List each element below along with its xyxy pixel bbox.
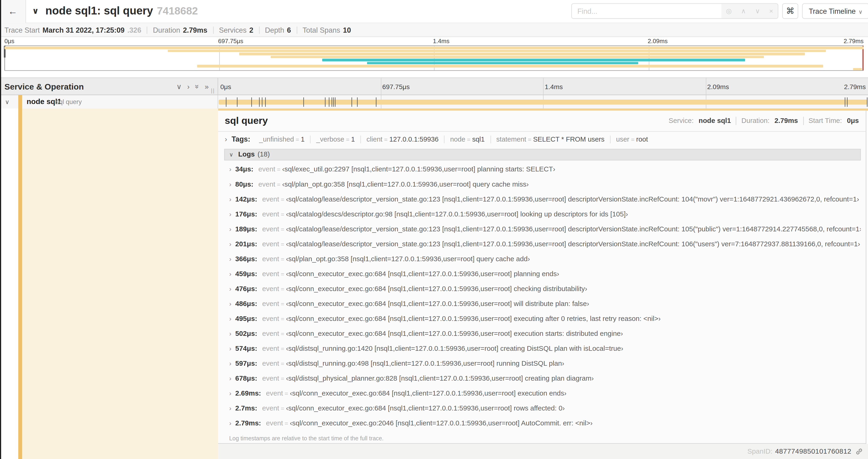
- log-chevron-right-icon[interactable]: ›: [229, 345, 231, 352]
- prev-match-chevron-up-icon[interactable]: ∧: [741, 7, 746, 15]
- tags-accordion[interactable]: › Tags: _unfinished=1_verbose=1client=12…: [218, 131, 866, 147]
- clear-find-icon[interactable]: ×: [769, 7, 773, 15]
- back-button[interactable]: ←: [0, 0, 26, 23]
- log-row[interactable]: ›495μs:event=‹sql/conn_executor_exec.go:…: [224, 312, 861, 326]
- log-row[interactable]: ›476μs:event=‹sql/conn_executor_exec.go:…: [224, 281, 861, 296]
- tag-item[interactable]: _unfinished=1: [254, 135, 310, 143]
- trace-summary-bar: Trace Start March 31 2022, 17:25:09.326 …: [0, 23, 868, 37]
- keyboard-shortcuts-button[interactable]: ⌘: [782, 3, 798, 19]
- span-row[interactable]: ∨ node sql1 sql query: [0, 95, 868, 108]
- log-chevron-right-icon[interactable]: ›: [229, 300, 231, 308]
- span-detail-header[interactable]: sql query Service:node sql1 Duration:2.7…: [218, 110, 866, 131]
- log-event-marker[interactable]: [329, 97, 330, 106]
- log-timestamp: 502μs:: [235, 330, 257, 337]
- tick-label: 0μs: [220, 83, 231, 91]
- log-row[interactable]: ›486μs:event=‹sql/conn_executor_exec.go:…: [224, 296, 861, 311]
- log-chevron-right-icon[interactable]: ›: [229, 404, 231, 412]
- tag-item[interactable]: user=root: [610, 135, 653, 143]
- tag-item[interactable]: statement=SELECT * FROM users: [490, 135, 610, 143]
- log-field-key: event: [262, 270, 279, 278]
- log-chevron-right-icon[interactable]: ›: [229, 270, 231, 278]
- log-row[interactable]: ›2.79ms:event=‹sql/conn_executor_exec.go…: [224, 416, 861, 431]
- log-row[interactable]: ›459μs:event=‹sql/conn_executor_exec.go:…: [224, 266, 861, 281]
- deep-link-icon[interactable]: [855, 448, 863, 455]
- log-chevron-right-icon[interactable]: ›: [229, 255, 231, 263]
- log-event-marker[interactable]: [265, 97, 265, 106]
- minimap-left-scrubber[interactable]: [4, 46, 5, 70]
- log-row[interactable]: ›366μs:event=‹sql/plan_opt.go:358 [nsql1…: [224, 252, 861, 266]
- depth-label: Depth: [265, 26, 284, 34]
- log-chevron-right-icon[interactable]: ›: [229, 285, 231, 293]
- tag-item[interactable]: _verbose=1: [310, 135, 361, 143]
- log-event-marker[interactable]: [237, 97, 237, 106]
- log-chevron-right-icon[interactable]: ›: [229, 360, 231, 367]
- log-event-marker[interactable]: [867, 97, 867, 106]
- span-duration-bar[interactable]: [219, 99, 868, 105]
- log-row[interactable]: ›142μs:event=‹sql/catalog/lease/descript…: [224, 192, 861, 207]
- log-row[interactable]: ›502μs:event=‹sql/conn_executor_exec.go:…: [224, 326, 861, 341]
- column-resize-handle[interactable]: ||: [211, 88, 215, 94]
- find-group: ◎ ∧ ∨ ×: [571, 3, 778, 19]
- log-chevron-right-icon[interactable]: ›: [229, 390, 231, 397]
- log-event-marker[interactable]: [251, 97, 251, 106]
- log-row[interactable]: ›176μs:event=‹sql/catalog/descs/descript…: [224, 207, 861, 222]
- next-match-chevron-down-icon[interactable]: ∨: [755, 7, 760, 15]
- log-event-marker[interactable]: [357, 97, 358, 106]
- locate-icon[interactable]: ◎: [726, 7, 732, 15]
- log-event-marker[interactable]: [334, 97, 334, 106]
- minimap-right-scrubber[interactable]: [862, 46, 864, 70]
- log-chevron-right-icon[interactable]: ›: [229, 210, 231, 218]
- trace-minimap[interactable]: 0μs 697.75μs 1.4ms 2.09ms 2.79ms: [0, 37, 868, 77]
- log-event-marker[interactable]: [847, 97, 847, 106]
- log-timestamp: 597μs:: [235, 360, 257, 367]
- minimap-graph[interactable]: [4, 45, 864, 71]
- log-chevron-right-icon[interactable]: ›: [229, 195, 231, 203]
- log-chevron-right-icon[interactable]: ›: [229, 225, 231, 233]
- span-collapse-chevron-down-icon[interactable]: ∨: [5, 98, 9, 106]
- log-chevron-right-icon[interactable]: ›: [229, 315, 231, 323]
- tag-item[interactable]: client=127.0.0.1:59936: [361, 135, 444, 143]
- find-input[interactable]: [572, 4, 721, 19]
- log-event-marker[interactable]: [262, 97, 262, 106]
- log-event-marker[interactable]: [352, 97, 352, 106]
- log-row[interactable]: ›189μs:event=‹sql/catalog/lease/descript…: [224, 222, 861, 236]
- tag-item[interactable]: node=sql1: [444, 135, 490, 143]
- log-row[interactable]: ›201μs:event=‹sql/catalog/lease/descript…: [224, 236, 861, 252]
- span-row-timeline[interactable]: [218, 95, 868, 108]
- duration-label: Duration:: [742, 117, 770, 125]
- trace-header-chevron-down-icon[interactable]: ∨: [32, 6, 39, 16]
- log-chevron-right-icon[interactable]: ›: [229, 180, 231, 188]
- log-field-value: ‹sql/distsql_running.go:498 [nsql1,clien…: [286, 360, 564, 367]
- log-event-marker[interactable]: [259, 97, 259, 106]
- logs-accordion-header[interactable]: ∨ Logs (18): [224, 149, 861, 160]
- tick-label: 2.79ms: [843, 38, 864, 44]
- log-chevron-right-icon[interactable]: ›: [229, 330, 231, 337]
- log-chevron-right-icon[interactable]: ›: [229, 240, 231, 248]
- log-row[interactable]: ›2.7ms:event=‹sql/conn_executor_exec.go:…: [224, 401, 861, 416]
- expand-all-double-chevron-right-icon[interactable]: »: [205, 82, 209, 91]
- log-row[interactable]: ›2.69ms:event=‹sql/conn_executor_exec.go…: [224, 386, 861, 401]
- log-event-marker[interactable]: [303, 97, 304, 106]
- log-row[interactable]: ›597μs:event=‹sql/distsql_running.go:498…: [224, 356, 861, 371]
- trace-view-select[interactable]: Trace Timeline∨: [802, 3, 868, 19]
- log-chevron-right-icon[interactable]: ›: [229, 165, 231, 173]
- equals-sign: =: [281, 345, 284, 352]
- log-row[interactable]: ›34μs:event=‹sql/exec_util.go:2297 [nsql…: [224, 162, 861, 177]
- expand-one-chevron-right-icon[interactable]: ›: [187, 82, 189, 91]
- log-field-value: ‹sql/conn_executor_exec.go:684 [nsql1,cl…: [286, 270, 559, 278]
- log-row[interactable]: ›80μs:event=‹sql/plan_opt.go:358 [nsql1,…: [224, 177, 861, 192]
- log-event-marker[interactable]: [845, 97, 845, 106]
- log-row[interactable]: ›574μs:event=‹sql/distsql_running.go:142…: [224, 341, 861, 356]
- collapse-all-double-chevron-down-icon[interactable]: »: [193, 85, 202, 89]
- log-event-marker[interactable]: [325, 97, 326, 106]
- span-row-name-column[interactable]: ∨ node sql1 sql query: [0, 95, 218, 108]
- log-event-marker[interactable]: [335, 97, 336, 106]
- log-event-marker[interactable]: [331, 97, 332, 106]
- log-event-marker[interactable]: [376, 97, 377, 106]
- collapse-one-chevron-down-icon[interactable]: ∨: [177, 82, 182, 91]
- log-event-marker[interactable]: [226, 97, 226, 106]
- log-chevron-right-icon[interactable]: ›: [229, 419, 231, 427]
- log-field-value: ‹sql/distsql_physical_planner.go:828 [ns…: [286, 374, 594, 382]
- log-chevron-right-icon[interactable]: ›: [229, 374, 231, 382]
- log-row[interactable]: ›678μs:event=‹sql/distsql_physical_plann…: [224, 371, 861, 386]
